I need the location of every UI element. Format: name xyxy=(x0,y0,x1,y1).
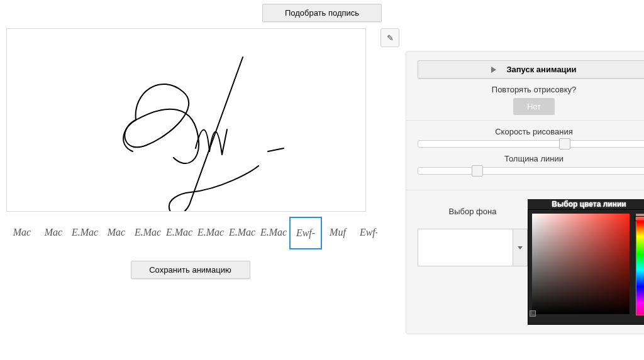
play-icon xyxy=(491,67,496,73)
bg-label: Выбор фона xyxy=(418,207,528,216)
app-root: Подобрать подпись MacMacE.MacMacE.M xyxy=(0,0,644,360)
speed-slider[interactable] xyxy=(418,140,644,148)
thickness-slider[interactable] xyxy=(418,167,644,175)
signature-thumb[interactable]: E.Mac xyxy=(132,217,164,248)
wrench-icon: ✎ xyxy=(387,33,394,43)
signature-thumbs[interactable]: MacMacE.MacMacE.MacE.MacE.MacE.MacE.MacE… xyxy=(6,217,377,249)
repeat-label: Повторять отрисовку? xyxy=(418,85,644,94)
signature-thumb[interactable]: Muf xyxy=(322,217,353,248)
line-color-picker: Выбор цвета линии xyxy=(528,199,644,325)
settings-panel: Запуск анимации Повторять отрисовку? Нет… xyxy=(406,51,644,334)
signature-thumb[interactable]: Mac xyxy=(38,217,69,248)
chevron-down-icon xyxy=(518,246,523,249)
run-animation-button[interactable]: Запуск анимации xyxy=(418,60,644,79)
hue-cursor[interactable] xyxy=(635,216,644,221)
signature-thumb[interactable]: E.Mac xyxy=(164,217,195,248)
signature-thumb[interactable]: Ewf- xyxy=(289,217,322,249)
bg-picker-column: Выбор фона xyxy=(418,199,528,268)
signature-thumb[interactable]: Ewf- xyxy=(353,217,377,248)
color-picker-body xyxy=(528,209,644,325)
save-row: Сохранить анимацию xyxy=(6,261,374,279)
thickness-slider-thumb[interactable] xyxy=(472,165,483,177)
signature-thumb[interactable]: Mac xyxy=(101,217,132,248)
hue-column[interactable] xyxy=(636,214,644,315)
run-animation-label: Запуск анимации xyxy=(506,65,576,74)
thickness-label: Толщина линии xyxy=(418,154,644,163)
signature-thumb[interactable]: E.Mac xyxy=(195,217,226,248)
repeat-toggle-button[interactable]: Нет xyxy=(513,98,555,115)
signature-svg xyxy=(7,29,365,211)
line-color-title: Выбор цвета линии xyxy=(528,199,644,209)
signature-thumb[interactable]: E.Mac xyxy=(69,217,101,248)
gear-column: ✎ xyxy=(380,28,399,47)
divider xyxy=(406,120,644,121)
bg-swatch-row xyxy=(418,229,528,266)
bg-dropdown-button[interactable] xyxy=(513,229,528,266)
signature-canvas[interactable] xyxy=(6,28,366,212)
top-bar: Подобрать подпись xyxy=(0,0,644,26)
settings-button[interactable]: ✎ xyxy=(380,28,399,47)
signature-thumb[interactable]: Mac xyxy=(6,217,38,248)
signature-thumb[interactable]: E.Mac xyxy=(258,217,289,248)
main-area: MacMacE.MacMacE.MacE.MacE.MacE.MacE.MacE… xyxy=(0,26,644,334)
signature-thumb[interactable]: E.Mac xyxy=(226,217,258,248)
speed-label: Скорость рисования xyxy=(418,127,644,136)
save-animation-button[interactable]: Сохранить анимацию xyxy=(131,261,250,279)
left-column: MacMacE.MacMacE.MacE.MacE.MacE.MacE.MacE… xyxy=(6,26,374,279)
lower-panel: Выбор фона Выбор цвета линии xyxy=(406,190,644,334)
pick-signature-button[interactable]: Подобрать подпись xyxy=(262,4,382,22)
saturation-value-area[interactable] xyxy=(532,214,630,314)
speed-slider-thumb[interactable] xyxy=(559,138,570,150)
sv-cursor[interactable] xyxy=(530,310,536,317)
run-row: Запуск анимации xyxy=(418,60,644,79)
bg-swatch[interactable] xyxy=(418,229,513,266)
